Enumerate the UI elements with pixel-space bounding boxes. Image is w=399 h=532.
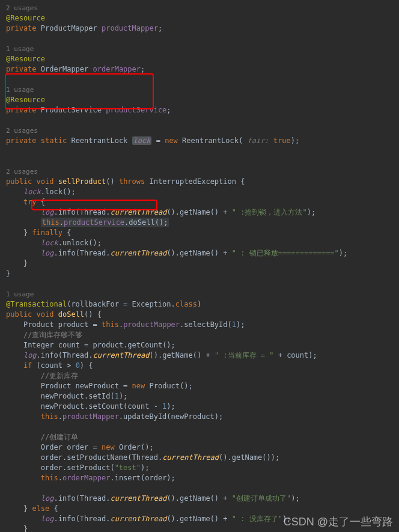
usage-hint: 2 usages bbox=[6, 3, 393, 13]
code-line: @Resource bbox=[6, 95, 393, 105]
code-line: log.info(Thread.currentThread().getName(… bbox=[6, 350, 393, 361]
code-line: order.setProduct("test"); bbox=[6, 463, 393, 473]
code-line: this.productMapper.updateById(newProduct… bbox=[6, 412, 393, 422]
usage-hint: 2 usages bbox=[6, 167, 393, 177]
usage-hint: 2 usages bbox=[6, 126, 393, 136]
code-line: if (count > 0) { bbox=[6, 361, 393, 371]
code-line: log.info(Thread.currentThread().getName(… bbox=[6, 494, 393, 504]
code-line: //创建订单 bbox=[6, 432, 393, 442]
code-line: @Resource bbox=[6, 13, 393, 23]
code-line: log.info(Thread.currentThread().getName(… bbox=[6, 248, 393, 258]
code-line: Order order = new Order(); bbox=[6, 442, 393, 453]
code-line: public void doSell() { bbox=[6, 310, 393, 320]
code-line: @Transactional(rollbackFor = Exception.c… bbox=[6, 299, 393, 310]
code-line: } else { bbox=[6, 504, 393, 514]
code-line: } bbox=[6, 269, 393, 279]
code-line: } finally { bbox=[6, 228, 393, 238]
code-line: Integer count = product.getCount(); bbox=[6, 340, 393, 350]
code-line: try { bbox=[6, 197, 393, 207]
code-line: log.info(Thread.currentThread().getName(… bbox=[6, 207, 393, 218]
code-line: this.productService.doSell(); bbox=[6, 218, 393, 228]
usage-hint: 1 usage bbox=[6, 44, 393, 54]
code-line: newProduct.setCount(count - 1); bbox=[6, 402, 393, 412]
code-line: } bbox=[6, 524, 393, 532]
code-line: private OrderMapper orderMapper; bbox=[6, 64, 393, 75]
code-line: lock.lock(); bbox=[6, 187, 393, 197]
code-editor[interactable]: 2 usages @Resource private ProductMapper… bbox=[6, 3, 393, 532]
code-line: //查询库存够不够 bbox=[6, 330, 393, 340]
code-line: lock.unlock(); bbox=[6, 238, 393, 248]
code-line: public void sellProduct() throws Interru… bbox=[6, 177, 393, 187]
code-line: this.orderMapper.insert(order); bbox=[6, 473, 393, 483]
code-line: //更新库存 bbox=[6, 371, 393, 381]
usage-hint: 1 usage bbox=[6, 289, 393, 299]
code-line: Product newProduct = new Product(); bbox=[6, 381, 393, 391]
code-line: @Resource bbox=[6, 54, 393, 64]
code-line: order.setProductName(Thread.currentThrea… bbox=[6, 453, 393, 463]
code-line: log.info(Thread.currentThread().getName(… bbox=[6, 514, 393, 524]
code-line: Product product = this.productMapper.sel… bbox=[6, 320, 393, 330]
code-line: newProduct.setId(1); bbox=[6, 391, 393, 402]
code-line: private ProductService productService; bbox=[6, 105, 393, 115]
usage-hint: 1 usage bbox=[6, 85, 393, 95]
code-line: } bbox=[6, 258, 393, 269]
code-line: private static ReentrantLock lock = new … bbox=[6, 136, 393, 146]
code-line: private ProductMapper productMapper; bbox=[6, 23, 393, 34]
